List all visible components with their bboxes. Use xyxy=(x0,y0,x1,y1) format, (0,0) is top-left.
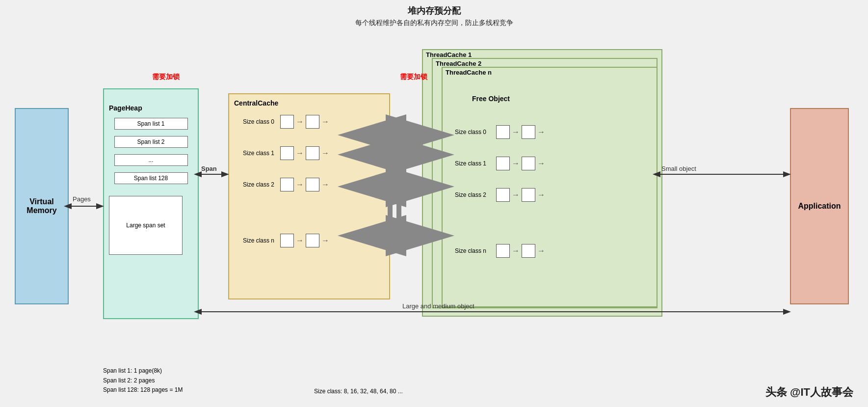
svg-rect-9 xyxy=(396,123,401,250)
application-label: Application xyxy=(798,202,841,211)
cc-box-1a xyxy=(280,146,294,160)
tc-box-na xyxy=(496,244,510,258)
diagram: 堆内存预分配 每个线程维护各自的私有内存空间，防止多线程竞争 VirtualMe… xyxy=(0,0,868,407)
thread-cache-n-box: ThreadCache n Free Object Size class 0 →… xyxy=(442,67,658,307)
tc-box-0b xyxy=(522,125,535,139)
tc-label-n-inner: Size class n xyxy=(455,247,494,254)
virtual-memory-label: VirtualMemory xyxy=(26,197,56,215)
span-list-group: Span list 1 Span list 2 ... Span list 12… xyxy=(104,116,198,186)
cc-arrow-na: → xyxy=(296,236,304,245)
tcn-label: ThreadCache n xyxy=(443,68,657,77)
cc-box-2a xyxy=(280,178,294,191)
central-cache-box: CentralCache Size class 0 → → Size class… xyxy=(228,93,390,299)
span-list-1: Span list 1 xyxy=(114,118,188,130)
central-cache-title: CentralCache xyxy=(229,99,278,111)
bottom-notes: Span list 1: 1 page(8k) Span list 2: 2 p… xyxy=(103,366,183,395)
page-heap-box: PageHeap Span list 1 Span list 2 ... Spa… xyxy=(103,88,199,319)
cc-row-2: Size class 2 → → xyxy=(239,178,379,191)
cc-arrow-1b: → xyxy=(321,149,329,158)
tc-gap xyxy=(450,216,649,230)
cc-size-classes: Size class 0 → → Size class 1 → → Size c… xyxy=(229,111,389,251)
title-sub: 每个线程维护各自的私有内存空间，防止多线程竞争 xyxy=(0,19,868,27)
title-main: 堆内存预分配 xyxy=(0,5,868,17)
tc-size-classes: Size class 0 → → Size class 1 → → Size c… xyxy=(443,77,657,262)
tc-box-1b xyxy=(522,157,535,170)
note-line2: Span list 2: 2 pages xyxy=(103,376,183,385)
tc-arrow-1a: → xyxy=(512,159,520,168)
cc-label-1: Size class 1 xyxy=(239,150,278,157)
cc-box-1b xyxy=(306,146,319,160)
tc-box-nb xyxy=(522,244,535,258)
virtual-memory-box: VirtualMemory xyxy=(15,108,69,304)
cc-arrow-0a: → xyxy=(296,117,304,126)
application-box: Application xyxy=(790,108,849,304)
tc-row-0: Size class 0 → → xyxy=(455,125,644,139)
cc-box-na xyxy=(280,234,294,247)
cc-arrow-2b: → xyxy=(321,180,329,189)
tc-arrow-0b: → xyxy=(537,128,545,136)
tc-arrow-0a: → xyxy=(512,128,520,136)
cc-arrow-nb: → xyxy=(321,236,329,245)
tc-row-n: Size class n → → xyxy=(455,244,644,258)
tc-arrow-na: → xyxy=(512,246,520,255)
pages-label: Pages xyxy=(73,195,91,203)
cc-arrow-2a: → xyxy=(296,180,304,189)
lock-label-left: 需要加锁 xyxy=(152,73,180,81)
cc-label-n: Size class n xyxy=(239,237,278,244)
tc-label-1: Size class 1 xyxy=(455,160,494,167)
span-list-128: Span list 128 xyxy=(114,172,188,184)
cc-row-n: Size class n → → xyxy=(239,234,379,247)
cc-label-0: Size class 0 xyxy=(239,118,278,125)
tc-label-2: Size class 2 xyxy=(455,191,494,198)
cc-arrow-0b: → xyxy=(321,117,329,126)
free-object-label: Free Object xyxy=(472,95,510,103)
cc-box-0b xyxy=(306,115,319,129)
cc-label-2: Size class 2 xyxy=(239,181,278,188)
cc-gap xyxy=(234,205,384,220)
watermark: 头条 @IT人故事会 xyxy=(765,385,853,400)
cc-row-1: Size class 1 → → xyxy=(239,146,379,160)
tc-arrow-2a: → xyxy=(512,190,520,199)
note-line1: Span list 1: 1 page(8k) xyxy=(103,366,183,376)
cc-box-2b xyxy=(306,178,319,191)
cc-box-nb xyxy=(306,234,319,247)
tc-box-2a xyxy=(496,188,510,202)
tc-row-1: Size class 1 → → xyxy=(455,157,644,170)
tc-arrow-2b: → xyxy=(537,190,545,199)
span-label: Span xyxy=(201,165,217,172)
title-area: 堆内存预分配 每个线程维护各自的私有内存空间，防止多线程竞争 xyxy=(0,5,868,27)
small-object-label: Small object xyxy=(661,165,696,172)
span-list-2: Span list 2 xyxy=(114,136,188,148)
cc-arrow-1a: → xyxy=(296,149,304,158)
cc-row-0: Size class 0 → → xyxy=(239,115,379,129)
tc-arrow-nb: → xyxy=(537,246,545,255)
tc-box-1a xyxy=(496,157,510,170)
large-span-set: Large span set xyxy=(109,196,183,255)
bottom-notes-center: Size class: 8, 16, 32, 48, 64, 80 ... xyxy=(314,388,403,395)
note-line3: Span list 128: 128 pages = 1M xyxy=(103,385,183,395)
cc-box-0a xyxy=(280,115,294,129)
lock-label-right: 需要加锁 xyxy=(400,73,427,81)
tc-arrow-1b: → xyxy=(537,159,545,168)
tc-row-2: Size class 2 → → xyxy=(455,188,644,202)
span-list-dots: ... xyxy=(114,154,188,166)
note-size-class: Size class: 8, 16, 32, 48, 64, 80 ... xyxy=(314,388,403,395)
tc-label-0: Size class 0 xyxy=(455,129,494,136)
tc-box-2b xyxy=(522,188,535,202)
page-heap-title: PageHeap xyxy=(104,104,142,116)
tc-box-0a xyxy=(496,125,510,139)
